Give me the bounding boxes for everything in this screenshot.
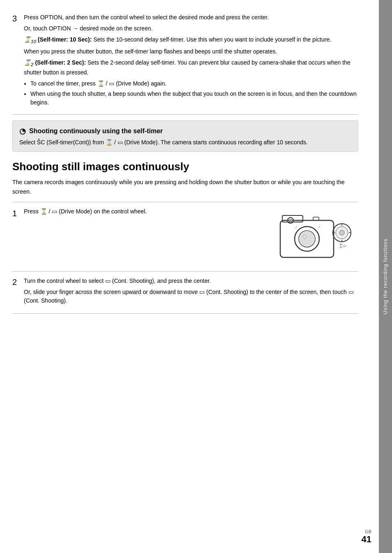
svg-text:▭: ▭ [343, 244, 346, 248]
step-3-number: 3 [12, 14, 24, 23]
svg-line-20 [318, 227, 320, 228]
svg-point-14 [339, 230, 344, 235]
step-3-bullet-2: When using the touch shutter, a beep sou… [30, 90, 358, 107]
tip-box-title: ◔ Shooting continuously using the self-t… [19, 127, 351, 136]
tip-box-body: Select ŜC (Self-timer(Cont)) from ⌛ / ▭ … [19, 139, 351, 146]
main-content: 3 Press OPTION, and then turn the contro… [0, 0, 379, 553]
step-2-number: 2 [12, 278, 24, 287]
svg-point-4 [300, 231, 314, 246]
camera-illustration: ⌛ ▭ [272, 208, 354, 266]
section-intro: The camera records images continuously w… [12, 178, 358, 196]
tip-box: ◔ Shooting continuously using the self-t… [12, 120, 358, 152]
step-3-bullet-1: To cancel the timer, press ⌛ / ▭ (Drive … [30, 79, 358, 88]
step-2-block: 2 Turn the control wheel to select ▭ (Co… [12, 277, 358, 314]
step-3-block: 3 Press OPTION, and then turn the contro… [12, 13, 358, 115]
svg-line-18 [295, 227, 297, 228]
step-1-image-col: ⌛ ▭ [268, 208, 358, 266]
step-1-text: Press ⌛ / ▭ (Drive Mode) on the control … [24, 208, 268, 215]
step-1-number: 1 [12, 209, 24, 218]
step-3-para2: Or, touch OPTION → desired mode on the s… [24, 24, 358, 33]
step-2-para1: Turn the control wheel to select ▭ (Cont… [24, 277, 358, 285]
step-3-bullets: To cancel the timer, press ⌛ / ▭ (Drive … [30, 79, 358, 107]
step-3-self-timer-2: ⌛2 (Self-timer: 2 Sec): Sets the 2-secon… [24, 58, 358, 76]
tip-box-title-text: Shooting continuously using the self-tim… [29, 127, 163, 135]
section-heading: Shooting still images continuously [12, 160, 358, 174]
page-number: 41 [362, 534, 371, 545]
step-2-para2: Or, slide your finger across the screen … [24, 288, 358, 305]
step-3-content: Press OPTION, and then turn the control … [24, 13, 358, 109]
side-tab-label: Using the recording functions [383, 238, 388, 314]
svg-point-7 [289, 219, 292, 222]
step-1-block: 1 Press ⌛ / ▭ (Drive Mode) on the contro… [12, 202, 358, 272]
tip-icon: ◔ [19, 127, 26, 136]
step-3-para3: When you press the shutter button, the s… [24, 47, 358, 56]
page-number-area: GB 41 [362, 529, 371, 545]
side-tab: Using the recording functions [379, 0, 392, 553]
step-3-self-timer-10: ⌛10 (Self-timer: 10 Sec): Sets the 10-se… [24, 35, 358, 45]
page-gb-label: GB [362, 529, 371, 534]
step-1-text-col: Press ⌛ / ▭ (Drive Mode) on the control … [24, 208, 268, 215]
step-3-para1: Press OPTION, and then turn the control … [24, 13, 358, 22]
step-2-content: Turn the control wheel to select ▭ (Cont… [24, 277, 358, 308]
